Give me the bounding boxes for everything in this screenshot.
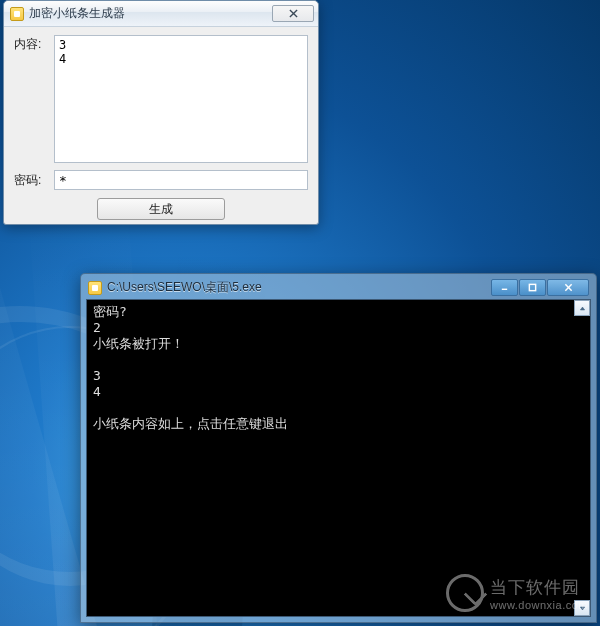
scrollbar[interactable]	[574, 300, 590, 616]
svg-marker-7	[580, 607, 584, 610]
caption-buttons	[491, 279, 589, 296]
content-row: 内容:	[14, 35, 308, 163]
minimize-icon	[500, 283, 509, 292]
close-icon	[289, 9, 298, 18]
svg-marker-6	[580, 307, 584, 310]
console-title: C:\Users\SEEWO\桌面\5.exe	[107, 279, 491, 296]
generator-body: 内容: 密码: 生成	[4, 27, 318, 230]
chevron-down-icon	[579, 605, 586, 612]
svg-rect-3	[529, 284, 535, 290]
generate-row: 生成	[14, 198, 308, 220]
console-output: 密码? 2 小纸条被打开！ 3 4 小纸条内容如上，点击任意键退出	[87, 300, 590, 616]
generator-titlebar[interactable]: 加密小纸条生成器	[4, 1, 318, 27]
chevron-up-icon	[579, 305, 586, 312]
password-label: 密码:	[14, 171, 48, 189]
scroll-down-button[interactable]	[574, 600, 590, 616]
close-button[interactable]	[272, 5, 314, 22]
console-titlebar[interactable]: C:\Users\SEEWO\桌面\5.exe	[86, 279, 591, 299]
console-body[interactable]: 密码? 2 小纸条被打开！ 3 4 小纸条内容如上，点击任意键退出	[86, 299, 591, 617]
generator-window: 加密小纸条生成器 内容: 密码: 生成	[3, 0, 319, 225]
close-icon	[564, 283, 573, 292]
password-input[interactable]	[54, 170, 308, 190]
generator-title: 加密小纸条生成器	[29, 5, 272, 22]
maximize-icon	[528, 283, 537, 292]
app-icon	[10, 7, 24, 21]
content-label: 内容:	[14, 35, 48, 163]
console-window: C:\Users\SEEWO\桌面\5.exe 密码? 2 小纸条被打开！ 3 …	[80, 273, 597, 623]
close-button[interactable]	[547, 279, 589, 296]
password-row: 密码:	[14, 170, 308, 190]
content-textarea[interactable]	[54, 35, 308, 163]
app-icon	[88, 281, 102, 295]
scroll-up-button[interactable]	[574, 300, 590, 316]
maximize-button[interactable]	[519, 279, 546, 296]
generate-button[interactable]: 生成	[97, 198, 225, 220]
minimize-button[interactable]	[491, 279, 518, 296]
